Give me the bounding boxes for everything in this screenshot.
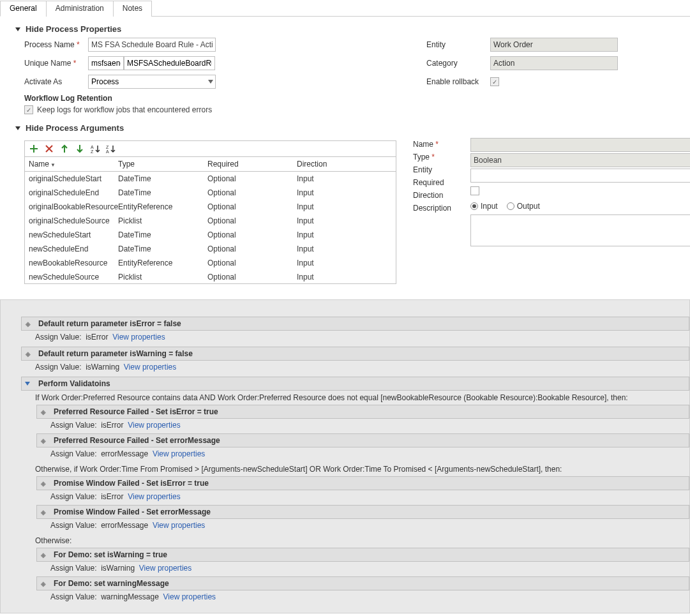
cell-required: Optional [207, 273, 297, 282]
cell-direction: Input [297, 188, 383, 197]
cell-required: Optional [207, 244, 297, 253]
sort-desc-icon[interactable]: ZA [105, 144, 116, 154]
cell-name: newScheduleSource [29, 273, 118, 282]
step-detail: Assign Value: isError View properties [36, 419, 689, 433]
step-detail: Assign Value: errorMessage View properti… [36, 447, 689, 462]
arg-direction-output-radio[interactable] [507, 202, 514, 210]
table-row[interactable]: newScheduleStartDateTimeOptionalInput [25, 228, 396, 242]
cell-type: Picklist [118, 273, 207, 282]
sort-asc-icon[interactable]: AZ [90, 144, 100, 154]
col-name[interactable]: Name [29, 160, 118, 169]
cell-type: EntityReference [118, 259, 207, 267]
tab-notes[interactable]: Notes [113, 1, 152, 17]
cell-type: DateTime [118, 244, 207, 253]
step-title[interactable]: ◈ Default return parameter isWarning = f… [21, 347, 689, 361]
step-detail: Assign Value: isWarning View properties [36, 562, 689, 576]
svg-text:A: A [106, 149, 109, 154]
cell-name: originalScheduleStart [29, 174, 118, 183]
cell-direction: Input [297, 216, 383, 225]
keep-logs-checkbox[interactable]: ✓ [24, 105, 33, 114]
enable-rollback-checkbox[interactable]: ✓ [490, 77, 499, 86]
cell-direction: Input [297, 174, 383, 183]
step-detail: Assign Value: errorMessage View properti… [36, 519, 689, 534]
process-name-label: Process Name * [24, 40, 88, 49]
cell-required: Optional [207, 188, 297, 197]
process-name-input[interactable] [88, 38, 216, 52]
arguments-toolbar: AZ ZA [25, 141, 396, 157]
view-properties-link[interactable]: View properties [128, 492, 181, 501]
col-direction[interactable]: Direction [297, 160, 383, 169]
toggle-process-properties[interactable]: Hide Process Properties [15, 24, 690, 34]
unique-name-label: Unique Name * [24, 59, 88, 68]
cell-direction: Input [297, 259, 383, 267]
arg-required-checkbox[interactable] [470, 186, 479, 195]
arg-direction-input-radio[interactable] [470, 202, 478, 210]
cell-type: Picklist [118, 216, 207, 225]
cell-direction: Input [297, 202, 383, 211]
entity-value: Work Order [490, 38, 618, 52]
col-type[interactable]: Type [118, 160, 207, 169]
cell-name: originalScheduleSource [29, 216, 118, 225]
arg-entity-label: Entity [413, 165, 464, 174]
table-row[interactable]: originalScheduleStartDateTimeOptionalInp… [25, 172, 396, 186]
cell-name: newBookableResource [29, 259, 118, 267]
activate-as-label: Activate As [24, 77, 88, 86]
cell-type: DateTime [118, 174, 207, 183]
cell-name: originalScheduleEnd [29, 188, 118, 197]
cell-required: Optional [207, 202, 297, 211]
step-title[interactable]: ◈ Promise Window Failed - Set errorMessa… [36, 505, 689, 519]
table-row[interactable]: originalBookableResourceEntityReferenceO… [25, 200, 396, 214]
table-row[interactable]: newScheduleSourcePicklistOptionalInput [25, 270, 396, 283]
condition-text: Otherwise, if Work Order:Time From Promi… [21, 462, 689, 476]
step-title[interactable]: ◈ For Demo: set isWarning = true [36, 548, 689, 562]
toggle-process-arguments[interactable]: Hide Process Arguments [15, 123, 690, 133]
step-title[interactable]: ◈ Preferred Resource Failed - Set isErro… [36, 405, 689, 419]
step-title[interactable]: ◈ For Demo: set warningMessage [36, 576, 689, 590]
delete-icon[interactable] [44, 144, 54, 154]
step-detail: Assign Value: isError View properties [36, 490, 689, 505]
enable-rollback-label: Enable rollback [426, 77, 490, 86]
step-title[interactable]: Perform Validatoins [21, 377, 689, 391]
arguments-body[interactable]: originalScheduleStartDateTimeOptionalInp… [25, 172, 396, 283]
cell-name: newScheduleEnd [29, 244, 118, 253]
cell-required: Optional [207, 259, 297, 267]
svg-text:Z: Z [91, 149, 94, 154]
tab-administration[interactable]: Administration [46, 1, 114, 17]
table-row[interactable]: newBookableResourceEntityReferenceOption… [25, 256, 396, 270]
col-required[interactable]: Required [207, 160, 297, 169]
arg-type-select[interactable]: Boolean [470, 153, 690, 167]
view-properties-link[interactable]: View properties [153, 449, 206, 458]
arg-entity-input[interactable] [470, 169, 690, 183]
move-up-icon[interactable] [59, 144, 70, 154]
view-properties-link[interactable]: View properties [163, 592, 216, 601]
view-properties-link[interactable]: View properties [139, 564, 192, 573]
unique-name-prefix[interactable] [88, 56, 124, 70]
chevron-down-icon [15, 27, 20, 31]
arg-description-textarea[interactable] [470, 214, 690, 246]
category-label: Category [426, 59, 490, 68]
arg-name-input[interactable] [470, 138, 690, 152]
table-row[interactable]: originalScheduleEndDateTimeOptionalInput [25, 186, 396, 200]
table-row[interactable]: originalScheduleSourcePicklistOptionalIn… [25, 214, 396, 228]
view-properties-link[interactable]: View properties [153, 521, 206, 530]
view-properties-link[interactable]: View properties [128, 421, 181, 430]
step-title[interactable]: ◈ Promise Window Failed - Set isError = … [36, 476, 689, 490]
move-down-icon[interactable] [75, 144, 85, 154]
activate-as-select[interactable]: Process [88, 75, 216, 89]
unique-name-input[interactable] [124, 56, 215, 70]
keep-logs-label: Keep logs for workflow jobs that encount… [37, 105, 212, 114]
arg-required-label: Required [413, 178, 464, 187]
view-properties-link[interactable]: View properties [112, 333, 165, 342]
step-title[interactable]: ◈ Preferred Resource Failed - Set errorM… [36, 433, 689, 447]
table-row[interactable]: newScheduleEndDateTimeOptionalInput [25, 242, 396, 256]
cell-type: DateTime [118, 230, 207, 239]
step-title[interactable]: ◈ Default return parameter isError = fal… [21, 317, 689, 331]
chevron-down-icon [25, 382, 30, 386]
step-detail: Assign Value: warningMessage View proper… [36, 590, 689, 605]
add-icon[interactable] [29, 144, 39, 154]
cell-type: EntityReference [118, 202, 207, 211]
cell-type: DateTime [118, 188, 207, 197]
cell-name: originalBookableResource [29, 202, 118, 211]
tab-general[interactable]: General [0, 1, 47, 17]
view-properties-link[interactable]: View properties [124, 363, 177, 372]
